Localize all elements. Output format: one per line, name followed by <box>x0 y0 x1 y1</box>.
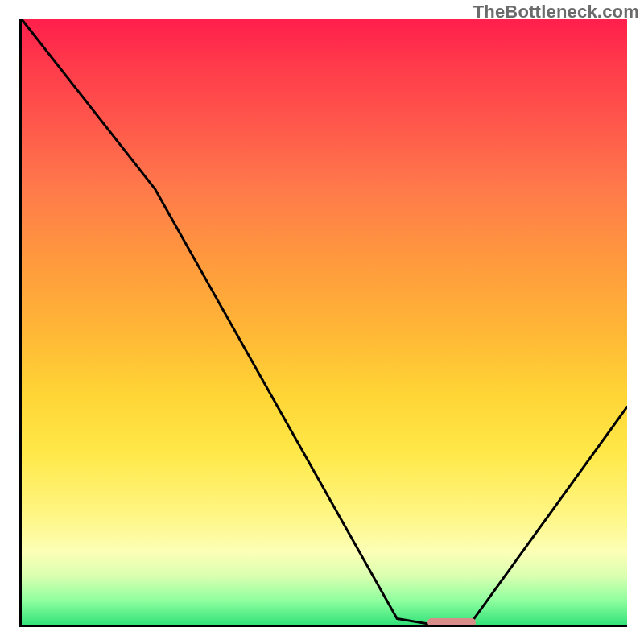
optimal-marker <box>427 618 476 626</box>
bottleneck-curve-path <box>22 19 627 625</box>
plot-area <box>19 19 627 627</box>
curve-svg <box>22 19 627 625</box>
watermark-text: TheBottleneck.com <box>473 2 639 23</box>
bottleneck-chart: TheBottleneck.com <box>0 0 644 644</box>
